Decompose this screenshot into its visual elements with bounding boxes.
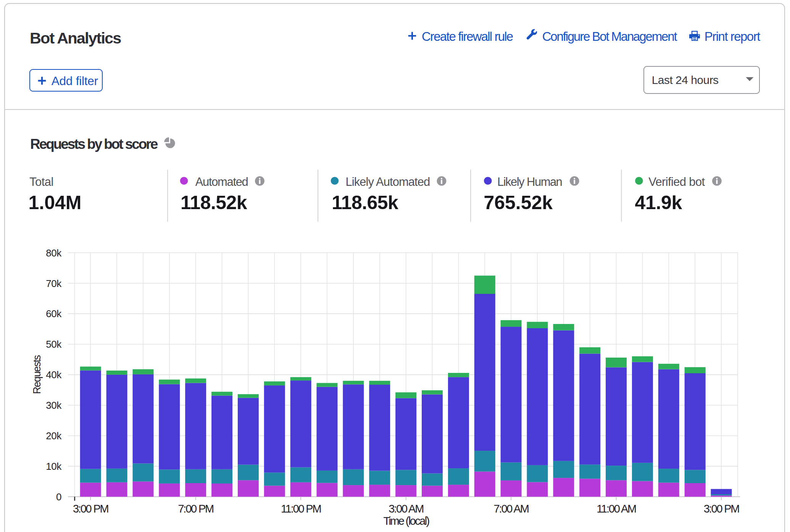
svg-text:10k: 10k (46, 461, 62, 472)
svg-text:70k: 70k (46, 278, 62, 289)
svg-text:50k: 50k (46, 339, 62, 350)
svg-text:30k: 30k (46, 400, 62, 411)
svg-text:3:00 AM: 3:00 AM (389, 503, 423, 515)
svg-text:80k: 80k (46, 247, 62, 259)
svg-text:60k: 60k (46, 308, 62, 319)
svg-text:7:00 AM: 7:00 AM (494, 503, 529, 515)
svg-text:11:00 PM: 11:00 PM (281, 503, 321, 515)
svg-text:7:00 PM: 7:00 PM (178, 503, 213, 515)
svg-text:Requests: Requests (31, 355, 43, 394)
svg-text:Time (local): Time (local) (383, 515, 429, 527)
svg-text:11:00 AM: 11:00 AM (597, 503, 636, 515)
svg-text:20k: 20k (46, 430, 62, 442)
svg-text:3:00 PM: 3:00 PM (73, 503, 108, 515)
svg-text:3:00 PM: 3:00 PM (704, 503, 739, 515)
svg-text:40k: 40k (46, 369, 62, 380)
svg-text:0: 0 (56, 491, 61, 503)
